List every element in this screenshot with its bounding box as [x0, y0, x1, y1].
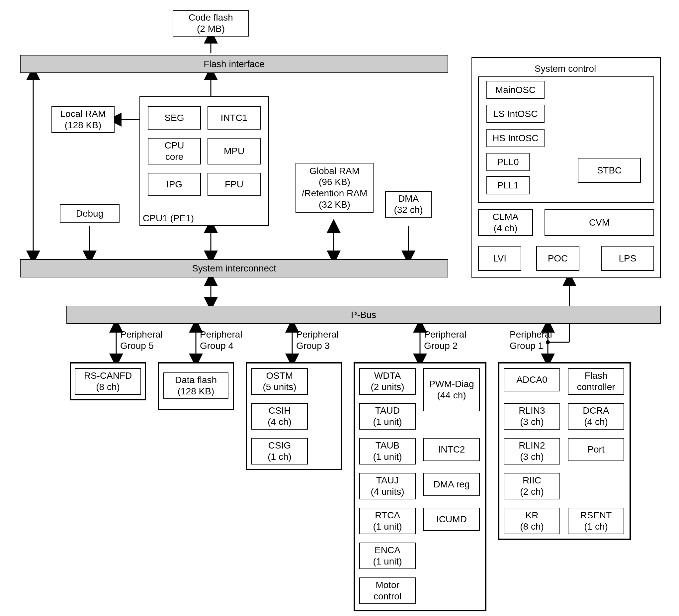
pg1-label: PeripheralGroup 1 — [510, 329, 552, 351]
mainosc-box: MainOSC — [486, 81, 545, 99]
data-flash-box: Data flash(128 KB) — [163, 372, 228, 399]
pg4-label: PeripheralGroup 4 — [200, 329, 243, 351]
clma-box: CLMA(4 ch) — [478, 209, 533, 236]
local-ram-box: Local RAM(128 KB) — [52, 106, 115, 133]
cvm-box: CVM — [545, 209, 654, 236]
motor-box: Motorcontrol — [359, 578, 416, 604]
cpu-mpu: MPU — [207, 138, 261, 164]
port-box: Port — [568, 438, 624, 461]
kr-box: KR(8 ch) — [504, 508, 560, 534]
taub-box: TAUB(1 unit) — [359, 438, 416, 464]
debug-box: Debug — [60, 204, 120, 223]
dma-box: DMA(32 ch) — [385, 191, 432, 218]
pll0-box: PLL0 — [486, 153, 529, 171]
flash-interface-label: Flash interface — [203, 59, 265, 70]
lps-box: LPS — [601, 246, 654, 271]
csig-box: CSIG(1 ch) — [251, 438, 308, 464]
global-ram-box: Global RAM(96 KB)/Retention RAM(32 KB) — [295, 163, 374, 213]
adca0-box: ADCA0 — [504, 368, 560, 391]
cpu-ipg: IPG — [148, 173, 201, 196]
csih-box: CSIH(4 ch) — [251, 403, 308, 430]
icumd-box: ICUMD — [423, 508, 480, 531]
riic-box: RIIC(2 ch) — [504, 473, 560, 499]
cpu-seg: SEG — [148, 106, 201, 130]
code-flash-box: Code flash(2 MB) — [173, 10, 249, 36]
hs-intosc-box: HS IntOSC — [486, 129, 545, 147]
system-control-label: System control — [535, 63, 596, 74]
intc2-box: INTC2 — [423, 438, 480, 461]
rlin3-box: RLIN3(3 ch) — [504, 403, 560, 430]
code-flash-label: Code flash(2 MB) — [189, 12, 233, 34]
pg3-label: PeripheralGroup 3 — [296, 329, 339, 351]
rs-canfd-box: RS-CANFD(8 ch) — [75, 368, 141, 395]
cpu-core: CPUcore — [148, 138, 201, 164]
dmareg-box: DMA reg — [423, 473, 480, 496]
cpu1-label: CPU1 (PE1) — [143, 213, 194, 224]
p-bus-bar: P-Bus — [66, 306, 661, 324]
ls-intosc-box: LS IntOSC — [486, 105, 545, 123]
lvi-box: LVI — [478, 246, 521, 271]
local-ram-label: Local RAM(128 KB) — [60, 108, 106, 130]
pg5-label: PeripheralGroup 5 — [120, 329, 163, 351]
tauj-box: TAUJ(4 units) — [359, 473, 416, 499]
enca-box: ENCA(1 unit) — [359, 543, 416, 569]
flash-interface-bar: Flash interface — [20, 55, 448, 73]
flashctrl-box: Flashcontroller — [568, 368, 624, 395]
system-interconnect-bar: System interconnect — [20, 259, 448, 277]
dcra-box: DCRA(4 ch) — [568, 403, 624, 430]
stbc-box: STBC — [578, 158, 641, 183]
cpu-fpu: FPU — [207, 173, 261, 196]
pll1-box: PLL1 — [486, 176, 529, 194]
taud-box: TAUD(1 unit) — [359, 403, 416, 430]
rtca-box: RTCA(1 unit) — [359, 508, 416, 534]
ostm-box: OSTM(5 units) — [251, 368, 308, 395]
rlin2-box: RLIN2(3 ch) — [504, 438, 560, 464]
pg2-label: PeripheralGroup 2 — [424, 329, 466, 351]
cpu-intc1: INTC1 — [207, 106, 261, 130]
rsent-box: RSENT(1 ch) — [568, 508, 624, 534]
wdta-box: WDTA(2 units) — [359, 368, 416, 395]
poc-box: POC — [536, 246, 579, 271]
pwmdiag-box: PWM-Diag(44 ch) — [423, 368, 480, 411]
